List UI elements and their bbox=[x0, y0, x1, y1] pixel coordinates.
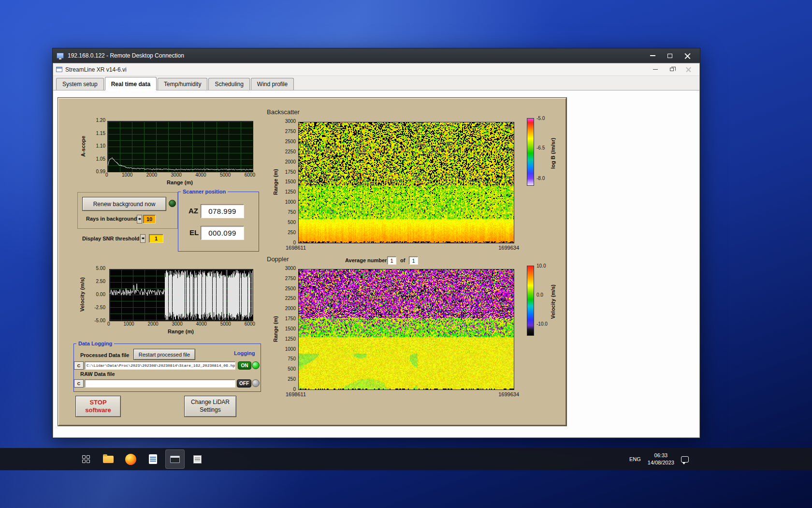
tab-scheduling[interactable]: Scheduling bbox=[208, 78, 249, 90]
backscatter-heatmap bbox=[298, 122, 514, 243]
data-logging-title: Data Logging bbox=[76, 341, 114, 346]
file-explorer-button[interactable] bbox=[99, 449, 118, 469]
raw-drive-icon[interactable]: C bbox=[74, 379, 84, 388]
renew-background-led-indicator bbox=[169, 200, 176, 207]
el-value-field[interactable]: 000.099 bbox=[201, 226, 244, 240]
processed-data-file-path[interactable]: C:\Lidar\Data\Proc\2023\202308\20230814\… bbox=[85, 361, 235, 370]
doppler-colorbar-label: Velocity (m/s) bbox=[549, 266, 557, 338]
velocity-y-ticks: 5.002.500.00-2.50-5.00 bbox=[89, 266, 105, 323]
stop-software-button[interactable]: STOP software bbox=[75, 396, 121, 417]
taskbar: ENG 06:33 14/08/2023 bbox=[0, 448, 812, 470]
backscatter-y-ticks: 3000275025002250200017501500125010007505… bbox=[279, 119, 296, 245]
scanner-position-title: Scanner position bbox=[181, 189, 228, 194]
close-icon-disabled bbox=[686, 67, 691, 72]
maximize-icon bbox=[667, 54, 672, 58]
app-minimize-button[interactable] bbox=[647, 63, 664, 75]
firefox-icon bbox=[125, 454, 136, 465]
app-window: StreamLine XR v14-6.vi System setup Real… bbox=[53, 63, 700, 438]
az-value-field[interactable]: 078.999 bbox=[201, 204, 244, 218]
doppler-x-ticks: 1698611 1699634 bbox=[298, 391, 513, 397]
app-restore-button[interactable] bbox=[664, 63, 680, 75]
firefox-button[interactable] bbox=[121, 449, 140, 469]
renew-background-button[interactable]: Renew background now bbox=[82, 197, 166, 211]
average-total-value[interactable]: 1 bbox=[409, 256, 418, 265]
tab-real-time-data[interactable]: Real time data bbox=[105, 77, 157, 90]
minimize-icon bbox=[650, 55, 655, 56]
processed-logging-toggle[interactable]: ON bbox=[238, 361, 251, 370]
az-label: AZ bbox=[188, 207, 198, 215]
doppler-start-timestamp: 1698611 bbox=[286, 391, 306, 397]
tab-system-setup[interactable]: System setup bbox=[56, 78, 104, 90]
doppler-title: Doppler bbox=[267, 255, 289, 263]
display-snr-spinner[interactable] bbox=[140, 234, 145, 243]
tab-content: A-scope 1.201.151.101.050.99 01000200030… bbox=[53, 90, 699, 437]
settings-button-line1: Change LiDAR bbox=[191, 399, 230, 406]
restart-processed-file-button[interactable]: Restart processed file bbox=[133, 349, 195, 360]
logging-label: Logging bbox=[234, 350, 255, 356]
average-number-label: Average number bbox=[345, 257, 387, 263]
scanner-position-group-box bbox=[178, 192, 259, 252]
rdp-close-button[interactable] bbox=[679, 48, 696, 63]
rays-in-background-label: Rays in background bbox=[86, 216, 137, 222]
ascope-x-ticks: 0100020003000400050006000 bbox=[105, 173, 255, 178]
backscatter-end-timestamp: 1699634 bbox=[498, 245, 519, 251]
clock-date: 14/08/2023 bbox=[648, 459, 674, 466]
app-titlebar[interactable]: StreamLine XR v14-6.vi bbox=[53, 63, 699, 76]
backscatter-colorbar-tick-min: -8.0 bbox=[536, 176, 545, 181]
ascope-x-axis-label: Range (m) bbox=[107, 179, 252, 185]
raw-data-file-path[interactable] bbox=[85, 379, 235, 388]
processed-data-file-label: Processed Data file bbox=[80, 352, 130, 358]
app-window-title: StreamLine XR v14-6.vi bbox=[65, 66, 647, 73]
backscatter-colorbar-tick-max: -5.0 bbox=[536, 116, 545, 121]
task-view-button[interactable] bbox=[76, 449, 96, 469]
backscatter-colorbar-tick-mid: -6.5 bbox=[536, 146, 545, 150]
velocity-y-axis-label: Velocity (m/s) bbox=[78, 269, 86, 320]
rdp-maximize-button[interactable] bbox=[661, 48, 679, 63]
raw-logging-toggle[interactable]: OFF bbox=[237, 379, 251, 388]
stop-button-line2: software bbox=[85, 406, 111, 414]
backscatter-colorbar bbox=[527, 118, 534, 186]
tab-temp-humidity[interactable]: Temp/humidity bbox=[158, 78, 207, 90]
rdp-session-icon bbox=[170, 456, 180, 463]
doppler-colorbar-tick-min: -10.0 bbox=[536, 322, 548, 327]
stop-button-line1: STOP bbox=[89, 399, 106, 406]
rdp-titlebar[interactable]: 192.168.0.122 - Remote Desktop Connectio… bbox=[53, 48, 700, 63]
display-snr-threshold-label: Display SNR threshold bbox=[82, 236, 140, 241]
doppler-heatmap bbox=[298, 269, 514, 390]
clock[interactable]: 06:33 14/08/2023 bbox=[648, 452, 674, 466]
backscatter-x-ticks: 1698611 1699634 bbox=[298, 245, 513, 251]
doppler-end-timestamp: 1699634 bbox=[498, 391, 519, 397]
vi-app-icon bbox=[56, 67, 62, 72]
scheduler-button[interactable] bbox=[188, 449, 207, 469]
processed-drive-icon[interactable]: C bbox=[74, 361, 84, 370]
rdp-window-title: 192.168.0.122 - Remote Desktop Connectio… bbox=[68, 52, 644, 59]
decrement-arrow-icon[interactable] bbox=[138, 218, 141, 220]
editor-icon bbox=[149, 454, 157, 464]
doppler-colorbar bbox=[527, 266, 534, 336]
remote-desktop-taskbar-button[interactable] bbox=[165, 449, 185, 469]
text-editor-button[interactable] bbox=[143, 449, 162, 469]
tab-wind-profile[interactable]: Wind profile bbox=[251, 78, 294, 90]
folder-icon bbox=[103, 456, 114, 463]
ascope-y-ticks: 1.201.151.101.050.99 bbox=[89, 118, 105, 174]
decrement-arrow-icon[interactable] bbox=[142, 238, 145, 239]
rdp-minimize-button[interactable] bbox=[644, 48, 661, 63]
app-close-button[interactable] bbox=[680, 63, 696, 75]
change-lidar-settings-button[interactable]: Change LiDAR Settings bbox=[184, 396, 236, 417]
display-snr-threshold-value[interactable]: 1 bbox=[149, 234, 163, 243]
doppler-colorbar-tick-mid: 0.0 bbox=[536, 293, 543, 298]
velocity-x-axis-label: Range (m) bbox=[109, 329, 252, 334]
rays-in-background-value[interactable]: 10 bbox=[143, 215, 156, 224]
el-label: EL bbox=[189, 228, 199, 237]
rays-in-background-spinner[interactable] bbox=[137, 215, 142, 224]
remote-desktop-icon bbox=[57, 53, 64, 59]
velocity-plot bbox=[109, 269, 253, 321]
task-view-icon bbox=[82, 455, 90, 463]
notification-icon[interactable] bbox=[681, 456, 689, 463]
language-indicator[interactable]: ENG bbox=[629, 456, 641, 462]
ascope-y-axis-label: A-scope bbox=[79, 121, 87, 171]
doppler-colorbar-tick-max: 10.0 bbox=[536, 264, 546, 269]
close-icon bbox=[684, 53, 691, 59]
ascope-plot bbox=[107, 121, 253, 172]
average-number-value[interactable]: 1 bbox=[387, 256, 396, 265]
